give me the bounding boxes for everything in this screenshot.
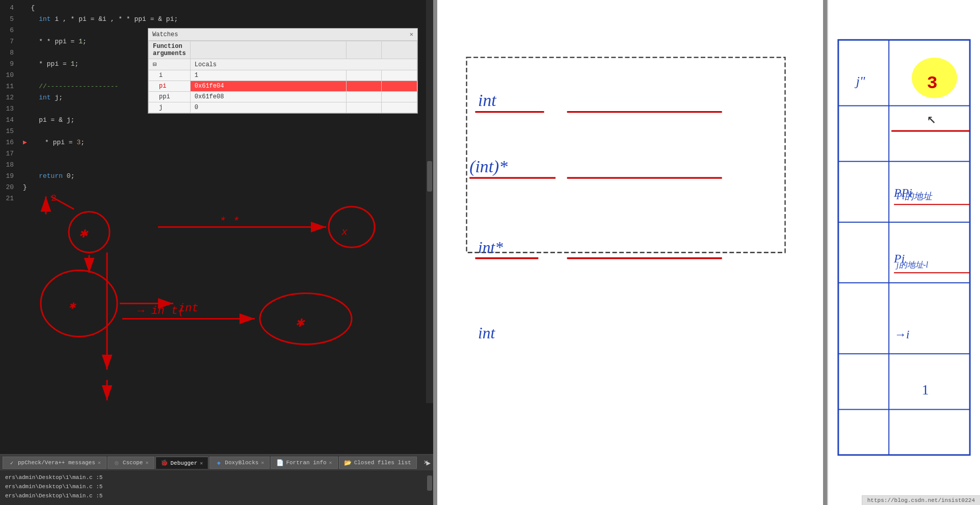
code-line-18 bbox=[23, 160, 428, 171]
panel-divider[interactable] bbox=[433, 0, 437, 505]
cscope-tab-icon: ◎ bbox=[113, 459, 120, 466]
col-2 bbox=[190, 41, 346, 59]
watch-row-pi: pi 0x61fe04 bbox=[149, 81, 417, 92]
bottom-scrollbar-thumb[interactable] bbox=[427, 475, 432, 491]
tab-debugger[interactable]: 🐞 Debugger ✕ bbox=[155, 457, 209, 469]
watches-close-icon[interactable]: ✕ bbox=[410, 31, 413, 38]
var-value-j: 0 bbox=[190, 102, 346, 113]
code-line-16: ▶ * ppi = 3; bbox=[23, 137, 428, 148]
watches-header: Watches ✕ bbox=[148, 29, 417, 41]
code-line-21 bbox=[23, 193, 428, 204]
var-name-i: i bbox=[149, 70, 191, 81]
svg-text:Pi的地址: Pi的地址 bbox=[896, 191, 933, 201]
ppcheck-icon: ✓ bbox=[8, 459, 15, 466]
svg-text:j的地址-l: j的地址-l bbox=[895, 260, 929, 270]
svg-rect-29 bbox=[467, 58, 785, 253]
panel-divider-2[interactable] bbox=[823, 0, 827, 505]
tab-doxyblocks-close[interactable]: ✕ bbox=[261, 460, 264, 466]
code-line-4: { bbox=[23, 3, 428, 14]
code-line-17 bbox=[23, 148, 428, 160]
code-line-20: } bbox=[23, 182, 428, 193]
tab-closed-files-label: Closed files list bbox=[354, 460, 411, 466]
var-extra-pi bbox=[382, 81, 417, 92]
tab-ppcheck[interactable]: ✓ ppCheck/Vera++ messages ✕ bbox=[3, 457, 107, 469]
code-line-5: int i , * pi = &i , * * ppi = & pi; bbox=[23, 14, 428, 25]
fortran-tab-icon: 📄 bbox=[276, 459, 283, 466]
tab-fortran[interactable]: 📄 Fortran info ✕ bbox=[271, 457, 337, 469]
svg-text:j": j" bbox=[855, 74, 865, 89]
tab-ppcheck-close[interactable]: ✕ bbox=[98, 460, 101, 466]
doxy-tab-icon: ◈ bbox=[215, 459, 222, 466]
var-extra-j bbox=[382, 102, 417, 113]
var-value-pi: 0x61fe04 bbox=[190, 81, 346, 92]
code-line-15 bbox=[23, 126, 428, 137]
code-line-19: return 0; bbox=[23, 171, 428, 182]
watch-row-ppi: ppi 0x61fe08 bbox=[149, 92, 417, 102]
var-extra-ppi bbox=[382, 92, 417, 102]
scrollbar-vertical[interactable] bbox=[426, 0, 433, 403]
tab-debugger-close[interactable]: ✕ bbox=[200, 460, 203, 466]
watch-row-j: j 0 bbox=[149, 102, 417, 113]
bottom-content: ers\admin\Desktop\1\main.c :5 ers\admin\… bbox=[0, 470, 433, 505]
svg-text:↖: ↖ bbox=[927, 111, 936, 128]
log-line-3: ers\admin\Desktop\1\main.c :5 bbox=[5, 491, 428, 500]
col-4 bbox=[382, 41, 417, 59]
whiteboard-drawing: int (int)* int* int bbox=[437, 0, 823, 505]
tab-doxyblocks-label: DoxyBlocks bbox=[225, 460, 258, 466]
debug-tab-icon: 🐞 bbox=[161, 460, 168, 467]
whiteboard-right: j" 3 PPi Pi Pi的地址 j的地址-l bbox=[827, 0, 980, 505]
svg-text:(int)*: (int)* bbox=[469, 157, 508, 176]
whiteboard-middle: int (int)* int* int bbox=[437, 0, 823, 505]
code-area: 4 5 6 7 8 9 10 11 12 13 14 15 16 17 18 1… bbox=[0, 0, 433, 454]
log-path-1: ers\admin\Desktop\1\main.c :5 bbox=[5, 474, 102, 481]
var-value-ppi: 0x61fe08 bbox=[190, 92, 346, 102]
var-name-j: j bbox=[149, 102, 191, 113]
svg-text:1: 1 bbox=[922, 382, 929, 397]
bottom-bar: ✓ ppCheck/Vera++ messages ✕ ◎ Cscope ✕ 🐞… bbox=[0, 454, 433, 505]
var-type-i bbox=[346, 70, 382, 81]
code-line-14: pi = & j; bbox=[23, 115, 428, 126]
watches-title: Watches bbox=[152, 31, 178, 38]
closed-tab-icon: 📂 bbox=[345, 459, 352, 466]
var-type-pi bbox=[346, 81, 382, 92]
var-extra-i bbox=[382, 70, 417, 81]
tab-debugger-label: Debugger bbox=[171, 460, 198, 466]
watches-panel: Watches ✕ Function arguments bbox=[148, 28, 418, 114]
line-numbers: 4 5 6 7 8 9 10 11 12 13 14 15 16 17 18 1… bbox=[0, 0, 18, 204]
log-line-2: ers\admin\Desktop\1\main.c :5 bbox=[5, 482, 428, 491]
close-bottom-panel[interactable]: ✕ bbox=[424, 458, 428, 466]
main-container: 4 5 6 7 8 9 10 11 12 13 14 15 16 17 18 1… bbox=[0, 0, 980, 505]
bottom-scrollbar[interactable] bbox=[426, 470, 433, 505]
var-name-pi: pi bbox=[149, 81, 191, 92]
tab-cscope-label: Cscope bbox=[123, 460, 143, 466]
url-bar: https://blog.csdn.net/insist0224 bbox=[862, 495, 980, 505]
svg-text:int: int bbox=[478, 324, 496, 342]
locals-expand-icon[interactable]: ⊟ bbox=[149, 59, 191, 70]
tab-closed-files[interactable]: 📂 Closed files list bbox=[339, 457, 417, 469]
tab-cscope-close[interactable]: ✕ bbox=[145, 460, 148, 466]
var-type-j bbox=[346, 102, 382, 113]
locals-row: ⊟ Locals bbox=[149, 59, 417, 70]
svg-text:→i: →i bbox=[894, 328, 909, 341]
watch-row-i: i 1 bbox=[149, 70, 417, 81]
log-path-3: ers\admin\Desktop\1\main.c :5 bbox=[5, 493, 102, 499]
watches-table: Function arguments ⊟ Locals i bbox=[148, 41, 417, 113]
col-function-args: Function arguments bbox=[149, 41, 191, 59]
tab-doxyblocks[interactable]: ◈ DoxyBlocks ✕ bbox=[209, 457, 270, 469]
code-panel: 4 5 6 7 8 9 10 11 12 13 14 15 16 17 18 1… bbox=[0, 0, 433, 505]
scrollbar-thumb[interactable] bbox=[427, 161, 432, 192]
locals-label: Locals bbox=[190, 59, 417, 70]
right-drawing: j" 3 PPi Pi Pi的地址 j的地址-l bbox=[828, 0, 980, 505]
log-path-2: ers\admin\Desktop\1\main.c :5 bbox=[5, 484, 102, 490]
svg-text:3: 3 bbox=[927, 73, 938, 93]
col-3 bbox=[346, 41, 382, 59]
svg-text:int: int bbox=[478, 91, 497, 110]
svg-rect-42 bbox=[838, 40, 970, 455]
var-type-ppi bbox=[346, 92, 382, 102]
svg-text:int*: int* bbox=[478, 238, 503, 256]
tab-fortran-label: Fortran info bbox=[286, 460, 326, 466]
url-text: https://blog.csdn.net/insist0224 bbox=[867, 497, 975, 503]
tab-cscope[interactable]: ◎ Cscope ✕ bbox=[108, 457, 154, 469]
tab-fortran-close[interactable]: ✕ bbox=[329, 460, 332, 466]
log-line-1: ers\admin\Desktop\1\main.c :5 bbox=[5, 473, 428, 482]
